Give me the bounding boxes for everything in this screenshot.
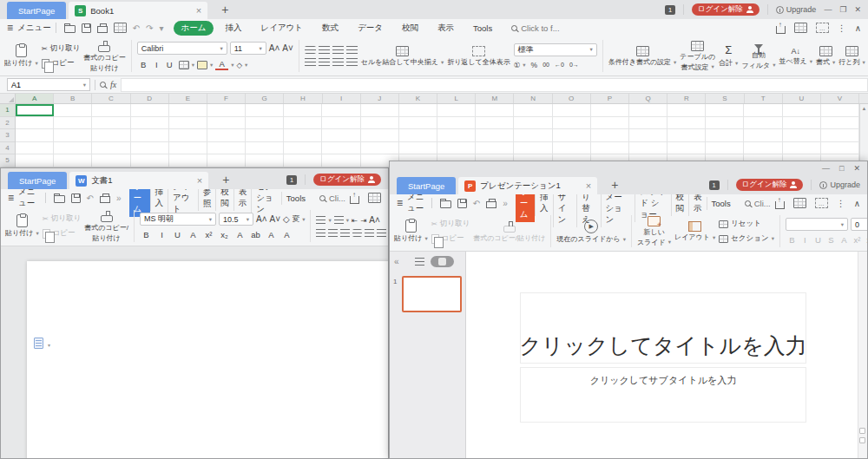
char-scale-button[interactable]: A˄ — [369, 215, 380, 225]
column-header-11[interactable]: L — [437, 94, 476, 103]
column-header-0[interactable]: A — [16, 94, 54, 103]
format-painter-button[interactable]: 書式のコピー/貼り付け — [473, 220, 545, 242]
cut-button[interactable]: ✂切り取り — [431, 219, 470, 229]
rows-cols-button[interactable]: 行と列▾ — [838, 46, 865, 66]
ss-format-button-1[interactable]: I — [150, 60, 163, 69]
wr-format-button-3[interactable]: A — [187, 230, 200, 239]
percent-button[interactable]: % — [531, 61, 538, 69]
minimize-icon[interactable]: — — [822, 164, 830, 173]
share-icon[interactable] — [776, 26, 786, 34]
indent-decrease-icon[interactable]: ⇤ — [352, 216, 358, 225]
currency-button[interactable]: ①▾ — [514, 61, 526, 69]
document-page[interactable]: ▾ — [27, 261, 389, 459]
slide-editor[interactable]: クリックしてタイトルを入力 クリックしてサブタイトルを入力 — [466, 252, 867, 458]
comment-icon[interactable]: … — [815, 198, 828, 208]
pp-format-button-1[interactable]: I — [799, 235, 812, 245]
wr-format-button-8[interactable]: A — [265, 230, 278, 239]
play-from-current-button[interactable]: ▶ 現在のスライドから▾ — [556, 220, 626, 243]
startpage-tab[interactable]: StartPage — [8, 172, 67, 189]
align-justify-icon[interactable] — [352, 229, 362, 237]
hamburger-icon[interactable]: ≡ — [7, 22, 13, 34]
spreadsheet-doc-tab[interactable]: S Book1 × — [69, 2, 207, 19]
title-placeholder-box[interactable]: クリックしてタイトルを入力 — [520, 292, 806, 364]
wrap-text-button[interactable]: 折り返して全体表示 — [447, 46, 510, 66]
align-right-icon[interactable] — [340, 229, 350, 237]
save-icon[interactable] — [82, 23, 91, 33]
wr-format-button-0[interactable]: B — [140, 230, 153, 239]
indent-increase-icon[interactable]: ⇥ — [360, 216, 366, 225]
format-painter-button[interactable]: 書式のコピー/ 貼り付け — [84, 210, 128, 241]
font-size-combo[interactable]: 10.5▾ — [219, 213, 253, 226]
reset-button[interactable]: リセット — [719, 219, 774, 229]
wr-format-button-7[interactable]: ab — [249, 230, 262, 239]
sum-button[interactable]: Σ 合計▾ — [719, 44, 738, 67]
undo-icon[interactable]: ↶ — [133, 23, 140, 33]
clear-format-icon[interactable]: ◇ — [283, 214, 290, 224]
bullet-list-icon[interactable] — [316, 216, 326, 224]
menu-button[interactable]: メニュー — [407, 192, 427, 214]
section-button[interactable]: セクション▾ — [719, 233, 774, 244]
pp-format-button-6[interactable]: x₂ — [864, 235, 868, 245]
logout-button[interactable]: ログイン解除 — [736, 179, 804, 191]
decrease-decimal-button[interactable]: 0→ — [569, 62, 579, 68]
outline-view-icon[interactable] — [415, 258, 424, 266]
open-icon[interactable] — [54, 195, 65, 203]
row-header-4[interactable]: 5 — [0, 154, 15, 167]
column-header-6[interactable]: G — [246, 94, 284, 103]
font-size-combo[interactable]: 11▾ — [230, 42, 266, 55]
logout-button[interactable]: ログイン解除 — [692, 3, 760, 16]
align-left-icon[interactable] — [316, 229, 326, 237]
column-header-1[interactable]: B — [54, 94, 92, 103]
embedded-doc-icon[interactable] — [34, 338, 43, 349]
merge-center-button[interactable]: セルを結合して中央揃え▾ — [361, 46, 444, 66]
ss-format-button-2[interactable]: U — [163, 60, 176, 69]
ss-ribbon-tab-1[interactable]: 挿入 — [217, 21, 249, 36]
print-icon[interactable] — [100, 196, 110, 203]
copy-button[interactable]: コピー — [43, 228, 82, 239]
ss-format-button-0[interactable]: B — [137, 60, 150, 69]
close-icon[interactable]: ✕ — [854, 5, 861, 14]
slide-thumbnail[interactable] — [402, 276, 462, 312]
redo-icon[interactable]: ↷ — [146, 23, 153, 33]
comment-icon[interactable]: … — [816, 23, 829, 33]
format-button[interactable]: 書式▾ — [816, 46, 835, 66]
more-menu-icon[interactable]: ⋮ — [837, 199, 845, 208]
ss-ribbon-tab-7[interactable]: Tools — [465, 22, 500, 35]
format-painter-button[interactable]: 書式のコピー 貼り付け — [83, 40, 126, 71]
increase-decimal-button[interactable]: ←0 — [555, 62, 564, 68]
menu-button[interactable]: メニュー — [18, 187, 41, 209]
column-header-8[interactable]: I — [323, 94, 361, 103]
align-top-icon[interactable] — [305, 46, 316, 54]
copy-button[interactable]: コピー — [431, 233, 470, 244]
sort-button[interactable]: A↓ 並べ替え▾ — [779, 47, 812, 66]
column-header-13[interactable]: N — [514, 94, 552, 103]
more-menu-icon[interactable]: ⋮ — [838, 23, 846, 33]
column-header-18[interactable]: S — [706, 94, 744, 103]
undo-icon[interactable]: ↶ — [473, 199, 480, 208]
column-header-19[interactable]: T — [745, 94, 783, 103]
restore-icon[interactable]: ❐ — [839, 5, 846, 14]
presentation-doc-tab[interactable]: P プレゼンテーション1 × — [458, 177, 597, 194]
next-slide-button[interactable] — [859, 437, 865, 443]
column-header-4[interactable]: E — [169, 94, 207, 103]
close-icon[interactable]: ✕ — [853, 164, 860, 173]
switch-window-icon[interactable] — [368, 193, 381, 203]
ss-ribbon-tab-6[interactable]: 表示 — [430, 21, 462, 36]
upgrade-button[interactable]: Upgrade — [776, 5, 817, 14]
layout-button[interactable]: レイアウト▾ — [674, 221, 715, 241]
pp-ribbon-tab-8[interactable]: Tools — [707, 197, 735, 210]
wr-format-button-1[interactable]: I — [155, 230, 168, 239]
share-icon[interactable] — [775, 201, 785, 209]
wr-format-button-4[interactable]: x² — [202, 230, 215, 239]
print-icon[interactable] — [486, 201, 496, 208]
row-header-3[interactable]: 4 — [0, 142, 15, 155]
subtitle-placeholder-box[interactable]: クリックしてサブタイトルを入力 — [520, 367, 806, 423]
previous-slide-button[interactable] — [859, 428, 865, 434]
ss-ribbon-tab-0[interactable]: ホーム — [174, 21, 214, 36]
select-all-corner[interactable] — [0, 94, 16, 103]
save-icon[interactable] — [71, 193, 81, 203]
pp-format-button-2[interactable]: U — [812, 235, 825, 245]
align-center-icon[interactable] — [328, 229, 338, 237]
cut-button[interactable]: ✂切り取り — [42, 43, 81, 54]
fx-label[interactable]: fx — [110, 80, 116, 89]
